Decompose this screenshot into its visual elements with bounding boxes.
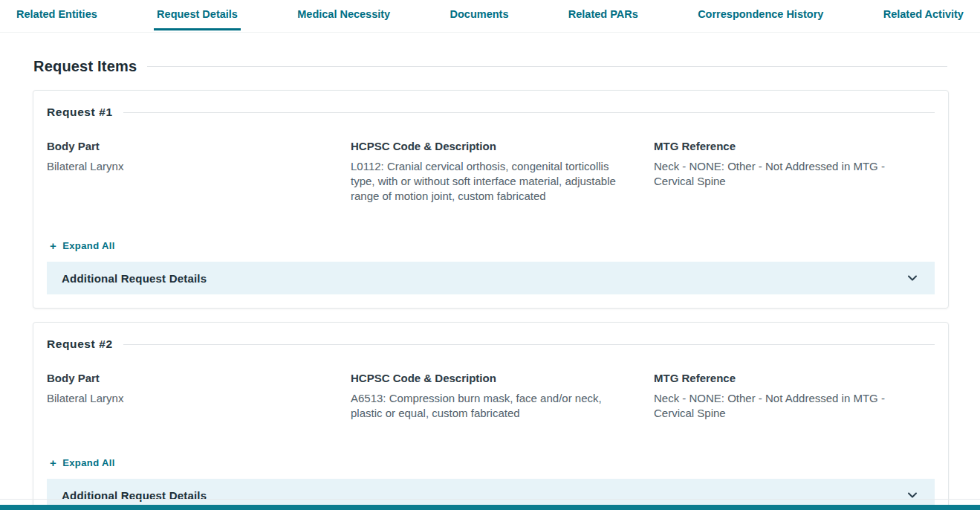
tab-documents[interactable]: Documents — [447, 0, 512, 30]
request-2-header-rule — [123, 344, 935, 345]
request-1-fields: Body Part Bilateral Larynx HCPSC Code & … — [47, 140, 935, 220]
field-label-body-part: Body Part — [47, 372, 351, 384]
field-hcpsc-code: HCPSC Code & Description A6513: Compress… — [351, 372, 654, 437]
plus-icon: + — [50, 240, 56, 251]
field-label-mtg-reference: MTG Reference — [654, 372, 935, 384]
section-header-rule — [147, 66, 947, 67]
footer-accent-bar — [0, 505, 980, 510]
request-2-header: Request #2 — [47, 338, 935, 351]
field-label-hcpsc-code: HCPSC Code & Description — [351, 372, 654, 384]
page-title: Request Items — [33, 58, 137, 75]
tab-medical-necessity[interactable]: Medical Necessity — [294, 0, 393, 30]
field-value-hcpsc-code: L0112: Cranial cervical orthosis, congen… — [351, 159, 654, 204]
field-mtg-reference: MTG Reference Neck - NONE: Other - Not A… — [654, 372, 935, 437]
expand-all-label: Expand All — [62, 457, 115, 468]
field-value-hcpsc-code: A6513: Compression burn mask, face and/o… — [351, 391, 654, 421]
field-hcpsc-code: HCPSC Code & Description L0112: Cranial … — [351, 140, 654, 220]
request-2-fields: Body Part Bilateral Larynx HCPSC Code & … — [47, 372, 935, 437]
request-2-title: Request #2 — [47, 338, 113, 351]
chevron-down-icon — [906, 272, 918, 284]
field-label-body-part: Body Part — [47, 140, 351, 152]
field-value-body-part: Bilateral Larynx — [47, 159, 351, 174]
tab-bar: Related Entities Request Details Medical… — [0, 0, 980, 33]
additional-request-details-accordion[interactable]: Additional Request Details — [47, 262, 935, 294]
expand-all-link[interactable]: + Expand All — [50, 457, 115, 468]
bottom-divider — [0, 499, 980, 500]
field-body-part: Body Part Bilateral Larynx — [47, 140, 351, 220]
field-value-mtg-reference: Neck - NONE: Other - Not Addressed in MT… — [654, 391, 935, 421]
additional-request-details-label: Additional Request Details — [62, 272, 207, 285]
request-card-1: Request #1 Body Part Bilateral Larynx HC… — [33, 90, 949, 309]
field-body-part: Body Part Bilateral Larynx — [47, 372, 351, 437]
section-header: Request Items — [33, 58, 947, 75]
tab-request-details[interactable]: Request Details — [154, 0, 241, 30]
field-label-hcpsc-code: HCPSC Code & Description — [351, 140, 654, 152]
plus-icon: + — [50, 457, 56, 468]
tab-related-activity[interactable]: Related Activity — [880, 0, 967, 30]
request-1-header-rule — [123, 112, 935, 113]
field-mtg-reference: MTG Reference Neck - NONE: Other - Not A… — [654, 140, 935, 220]
tab-correspondence-history[interactable]: Correspondence History — [695, 0, 826, 30]
tab-related-pars[interactable]: Related PARs — [565, 0, 641, 30]
expand-all-link[interactable]: + Expand All — [50, 240, 115, 251]
request-1-title: Request #1 — [47, 106, 113, 119]
request-card-2: Request #2 Body Part Bilateral Larynx HC… — [33, 322, 949, 510]
expand-all-label: Expand All — [62, 240, 115, 251]
field-label-mtg-reference: MTG Reference — [654, 140, 935, 152]
field-value-body-part: Bilateral Larynx — [47, 391, 351, 406]
request-details-panel: Request Items Request #1 Body Part Bilat… — [0, 33, 980, 510]
request-1-header: Request #1 — [47, 106, 935, 119]
field-value-mtg-reference: Neck - NONE: Other - Not Addressed in MT… — [654, 159, 935, 189]
tab-related-entities[interactable]: Related Entities — [13, 0, 100, 30]
